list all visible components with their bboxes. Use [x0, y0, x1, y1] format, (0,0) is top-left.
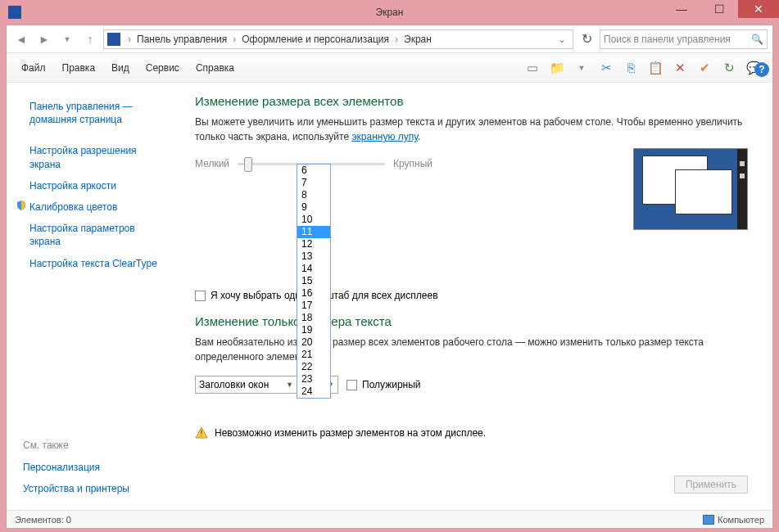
delete-icon[interactable]: ✕ — [671, 59, 689, 77]
status-computer: Компьютер — [718, 515, 764, 525]
sidebar-devices[interactable]: Устройства и принтеры — [11, 478, 167, 499]
menu-service[interactable]: Сервис — [139, 59, 186, 77]
minimize-button[interactable]: — — [663, 0, 700, 18]
sidebar: Панель управления — домашняя страница На… — [7, 83, 179, 510]
dropdown-option[interactable]: 16 — [297, 287, 330, 300]
monitor-preview — [633, 148, 748, 230]
nav-toolbar: ◄ ► ▼ ↑ › Панель управления › Оформление… — [7, 25, 772, 53]
location-icon — [107, 33, 120, 46]
breadcrumb-item[interactable]: Оформление и персонализация — [240, 33, 391, 46]
dropdown-option[interactable]: 23 — [297, 373, 330, 385]
dropdown-option[interactable]: 8 — [297, 189, 330, 201]
statusbar: Элементов: 0 Компьютер — [7, 510, 772, 528]
computer-icon — [703, 515, 714, 525]
menu-view[interactable]: Вид — [105, 59, 136, 77]
dropdown-option[interactable]: 14 — [297, 263, 330, 275]
breadcrumb-item[interactable]: Экран — [402, 33, 433, 46]
history-dropdown[interactable]: ▼ — [57, 29, 77, 49]
menu-file[interactable]: Файл — [15, 59, 52, 77]
dropdown-option[interactable]: 6 — [297, 165, 330, 177]
sidebar-seealso-label: См. также — [11, 435, 167, 456]
svg-text:!: ! — [201, 429, 203, 438]
dropdown-option[interactable]: 20 — [297, 336, 330, 349]
sidebar-cleartype[interactable]: Настройка текста ClearType — [18, 253, 167, 274]
help-icon[interactable]: ? — [754, 62, 769, 77]
refresh-button[interactable]: ↻ — [577, 29, 596, 49]
dropdown-option[interactable]: 18 — [297, 312, 330, 324]
font-size-dropdown[interactable]: 6789101112131415161718192021222324 — [297, 164, 331, 399]
check-icon[interactable]: ✔ — [695, 59, 713, 77]
dropdown-option[interactable]: 7 — [297, 177, 330, 189]
heading-resize-all: Изменение размера всех элементов — [195, 94, 756, 108]
titlebar: Экран — ☐ ✕ — [0, 0, 779, 25]
app-icon — [8, 6, 21, 19]
description-text-only: Вам необязательно изменять размер всех э… — [195, 335, 756, 364]
sidebar-personalization[interactable]: Персонализация — [11, 457, 167, 478]
breadcrumb-dropdown[interactable]: ⌄ — [555, 34, 569, 45]
dropdown-option[interactable]: 21 — [297, 349, 330, 361]
slider-label-large: Крупный — [393, 158, 433, 169]
apply-button[interactable]: Применить — [674, 476, 748, 494]
view-details-icon[interactable]: ▭ — [523, 59, 541, 77]
folder-icon[interactable]: 📁 — [548, 59, 566, 77]
search-icon: 🔍 — [751, 34, 763, 45]
slider-thumb[interactable] — [244, 157, 252, 172]
breadcrumb[interactable]: › Панель управления › Оформление и персо… — [103, 29, 573, 49]
bold-checkbox[interactable] — [346, 380, 357, 390]
slider-label-small: Мелкий — [195, 158, 229, 169]
refresh-green-icon[interactable]: ↻ — [720, 59, 738, 77]
dropdown-option[interactable]: 15 — [297, 275, 330, 287]
heading-text-only: Изменение только размера текста — [195, 314, 756, 328]
dropdown-option[interactable]: 24 — [297, 385, 330, 398]
dropdown-option[interactable]: 13 — [297, 250, 330, 263]
warning-icon: ! — [195, 426, 208, 440]
magnifier-link[interactable]: экранную лупу — [351, 131, 418, 142]
element-select[interactable]: Заголовки окон ▼ — [195, 376, 297, 394]
sidebar-calibration[interactable]: Калибровка цветов — [18, 196, 167, 218]
bold-label: Полужирный — [362, 379, 421, 390]
sidebar-params[interactable]: Настройка параметров экрана — [18, 218, 167, 252]
shield-icon — [16, 201, 26, 210]
menubar: Файл Правка Вид Сервис Справка ▭ 📁 ▼ ✂ ⎘… — [7, 53, 772, 83]
menu-edit[interactable]: Правка — [56, 59, 102, 77]
status-item-count: Элементов: 0 — [15, 515, 71, 525]
dropdown-option[interactable]: 9 — [297, 201, 330, 214]
forward-button[interactable]: ► — [34, 29, 54, 49]
cut-icon[interactable]: ✂ — [597, 59, 615, 77]
up-button[interactable]: ↑ — [80, 29, 100, 49]
sidebar-resolution[interactable]: Настройка разрешения экрана — [18, 140, 167, 174]
window-title: Экран — [376, 7, 404, 18]
dropdown-option[interactable]: 11 — [297, 226, 330, 238]
menu-help[interactable]: Справка — [189, 59, 241, 77]
sidebar-brightness[interactable]: Настройка яркости — [18, 175, 167, 196]
tools-dropdown-icon[interactable]: ▼ — [573, 59, 591, 77]
warning-text: Невозможно изменить размер элементов на … — [215, 427, 486, 439]
dropdown-option[interactable]: 12 — [297, 238, 330, 250]
paste-icon[interactable]: 📋 — [646, 59, 664, 77]
chevron-down-icon: ▼ — [286, 381, 293, 389]
sidebar-home[interactable]: Панель управления — домашняя страница — [18, 96, 167, 130]
dropdown-option[interactable]: 17 — [297, 300, 330, 312]
dropdown-option[interactable]: 19 — [297, 324, 330, 336]
maximize-button[interactable]: ☐ — [700, 0, 738, 18]
breadcrumb-item[interactable]: Панель управления — [135, 33, 229, 46]
description-resize-all: Вы можете увеличить или уменьшить размер… — [195, 115, 756, 144]
search-input[interactable]: Поиск в панели управления 🔍 — [600, 29, 768, 49]
close-button[interactable]: ✕ — [738, 0, 779, 18]
dropdown-option[interactable]: 22 — [297, 361, 330, 373]
back-button[interactable]: ◄ — [11, 29, 31, 49]
dropdown-option[interactable]: 10 — [297, 214, 330, 226]
main-content: Изменение размера всех элементов Вы може… — [179, 83, 772, 510]
copy-icon[interactable]: ⎘ — [622, 59, 640, 77]
search-placeholder: Поиск в панели управления — [604, 34, 751, 45]
single-scale-checkbox[interactable] — [195, 291, 206, 301]
